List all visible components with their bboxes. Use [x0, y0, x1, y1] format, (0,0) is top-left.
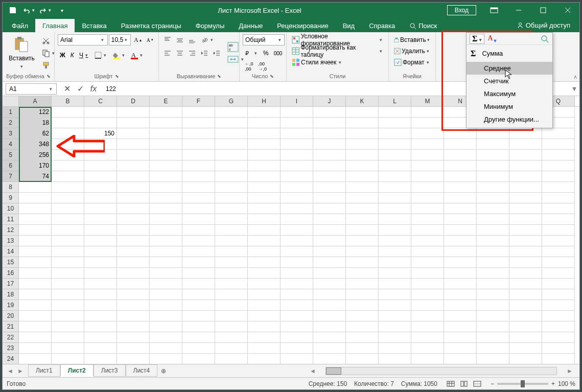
cell-I2[interactable] — [281, 118, 313, 128]
cell-G20[interactable] — [215, 311, 248, 321]
cell-L9[interactable] — [379, 193, 411, 203]
insert-cells-button[interactable]: Вставить▾ — [392, 34, 432, 45]
cell-A19[interactable] — [19, 300, 52, 311]
cell-N10[interactable] — [444, 203, 477, 214]
cell-Q13[interactable] — [542, 236, 575, 246]
cell-A1[interactable]: 122 — [19, 107, 52, 118]
cell-A15[interactable] — [19, 257, 52, 268]
cell-H16[interactable] — [248, 268, 281, 279]
cell-C18[interactable] — [84, 289, 117, 300]
column-header-L[interactable]: L — [379, 96, 411, 106]
cell-I18[interactable] — [281, 289, 313, 300]
cell-O11[interactable] — [477, 214, 509, 225]
cell-A4[interactable]: 348 — [19, 139, 52, 150]
italic-button[interactable]: К — [68, 50, 76, 61]
cell-H6[interactable] — [248, 160, 281, 171]
cell-H19[interactable] — [248, 300, 281, 311]
tab-insert[interactable]: Вставка — [75, 19, 113, 32]
cell-A5[interactable]: 256 — [19, 150, 52, 160]
add-sheet-button[interactable]: ⊕ — [157, 367, 170, 375]
decrease-decimal-button[interactable]: ,00→,0 — [257, 61, 269, 72]
cell-A22[interactable] — [19, 332, 52, 343]
cell-J2[interactable] — [313, 118, 346, 128]
row-header-8[interactable]: 8 — [3, 182, 19, 193]
cell-M21[interactable] — [411, 321, 444, 332]
cell-E23[interactable] — [150, 343, 182, 354]
cell-P15[interactable] — [509, 257, 542, 268]
cell-H14[interactable] — [248, 246, 281, 257]
cell-C7[interactable] — [84, 171, 117, 182]
cell-I13[interactable] — [281, 236, 313, 246]
name-box[interactable]: A1▾ — [6, 83, 57, 95]
cell-F17[interactable] — [182, 279, 215, 289]
cell-C9[interactable] — [84, 193, 117, 203]
cell-C20[interactable] — [84, 311, 117, 321]
cell-J1[interactable] — [313, 107, 346, 118]
cell-M15[interactable] — [411, 257, 444, 268]
hscroll-right[interactable]: ► — [565, 366, 574, 376]
align-right-button[interactable] — [187, 48, 198, 59]
cell-B13[interactable] — [52, 236, 84, 246]
cell-D21[interactable] — [117, 321, 150, 332]
cell-Q20[interactable] — [542, 311, 575, 321]
zoom-out-button[interactable]: − — [491, 380, 494, 387]
cell-B5[interactable] — [52, 150, 84, 160]
cell-B1[interactable] — [52, 107, 84, 118]
cell-M8[interactable] — [411, 182, 444, 193]
cell-D17[interactable] — [117, 279, 150, 289]
cell-Q10[interactable] — [542, 203, 575, 214]
cell-N11[interactable] — [444, 214, 477, 225]
cell-K9[interactable] — [346, 193, 379, 203]
row-header-10[interactable]: 10 — [3, 203, 19, 214]
column-header-A[interactable]: A — [19, 96, 52, 106]
cell-I22[interactable] — [281, 332, 313, 343]
undo-button[interactable]: ▾ — [22, 4, 36, 16]
decrease-indent-button[interactable] — [199, 48, 210, 59]
cell-L8[interactable] — [379, 182, 411, 193]
cell-K3[interactable] — [346, 128, 379, 139]
cell-O9[interactable] — [477, 193, 509, 203]
cell-O10[interactable] — [477, 203, 509, 214]
cell-H2[interactable] — [248, 118, 281, 128]
cell-B10[interactable] — [52, 203, 84, 214]
cell-N17[interactable] — [444, 279, 477, 289]
row-header-2[interactable]: 2 — [3, 118, 19, 128]
cell-O14[interactable] — [477, 246, 509, 257]
cell-A7[interactable]: 74 — [19, 171, 52, 182]
cell-N21[interactable] — [444, 321, 477, 332]
cell-I17[interactable] — [281, 279, 313, 289]
cell-I6[interactable] — [281, 160, 313, 171]
cell-F21[interactable] — [182, 321, 215, 332]
column-header-G[interactable]: G — [215, 96, 248, 106]
cell-B24[interactable] — [52, 354, 84, 364]
cell-I19[interactable] — [281, 300, 313, 311]
cell-G8[interactable] — [215, 182, 248, 193]
cell-M10[interactable] — [411, 203, 444, 214]
cell-F6[interactable] — [182, 160, 215, 171]
cell-A6[interactable]: 170 — [19, 160, 52, 171]
cell-I10[interactable] — [281, 203, 313, 214]
cell-O20[interactable] — [477, 311, 509, 321]
cell-M20[interactable] — [411, 311, 444, 321]
sheet-tab-Лист2[interactable]: Лист2 — [60, 364, 94, 377]
cell-O22[interactable] — [477, 332, 509, 343]
zoom-level[interactable]: 100 % — [558, 380, 575, 387]
cell-O5[interactable] — [477, 150, 509, 160]
cell-E21[interactable] — [150, 321, 182, 332]
cell-D22[interactable] — [117, 332, 150, 343]
cell-C2[interactable] — [84, 118, 117, 128]
cell-L11[interactable] — [379, 214, 411, 225]
cell-E11[interactable] — [150, 214, 182, 225]
cell-Q7[interactable] — [542, 171, 575, 182]
cell-Q6[interactable] — [542, 160, 575, 171]
cell-L10[interactable] — [379, 203, 411, 214]
cell-H9[interactable] — [248, 193, 281, 203]
cell-J8[interactable] — [313, 182, 346, 193]
cell-K6[interactable] — [346, 160, 379, 171]
cell-H22[interactable] — [248, 332, 281, 343]
sheet-nav-prev[interactable]: ◄ — [6, 366, 15, 376]
cell-I5[interactable] — [281, 150, 313, 160]
cell-K19[interactable] — [346, 300, 379, 311]
cell-J4[interactable] — [313, 139, 346, 150]
cell-P7[interactable] — [509, 171, 542, 182]
